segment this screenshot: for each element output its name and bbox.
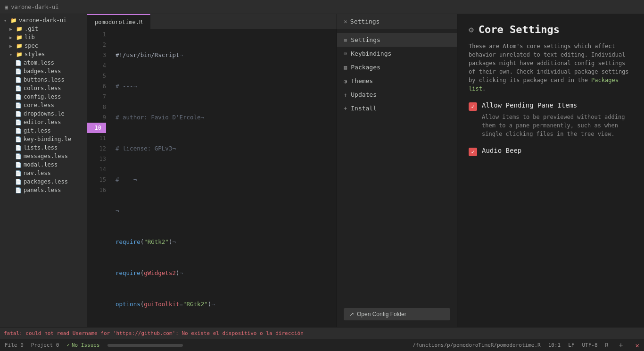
sidebar-item-buttons-less[interactable]: 📄 buttons.less <box>0 75 87 84</box>
line-numbers: 1 2 3 4 5 6 7 8 9 10 11 12 13 14 <box>87 29 111 327</box>
add-panel-button[interactable]: + <box>616 341 626 350</box>
title-bar: ▣ varone-dark-ui <box>0 0 644 14</box>
sidebar-core-less-label: core.less <box>24 102 54 109</box>
sidebar-item-modal-less[interactable]: 📄 modal.less <box>0 160 87 169</box>
settings-header-label: Settings <box>350 18 380 25</box>
collapse-arrow-styles: ▾ <box>9 52 15 57</box>
sidebar-item-lists-less[interactable]: 📄 lists.less <box>0 143 87 152</box>
check-icon-status: ✓ <box>66 342 70 348</box>
gear-icon-big: ⚙ <box>469 25 474 34</box>
sidebar-item-core-less[interactable]: 📄 core.less <box>0 101 87 109</box>
code-line-9: options(guiToolkit="RGtk2")¬ <box>116 299 337 309</box>
file-icon-git-less: 📄 <box>15 128 22 134</box>
bottom-bar: File 0 Project 0 ✓ No Issues /functions/… <box>0 339 644 351</box>
sidebar-item-config-less[interactable]: 📄 config.less <box>0 92 87 101</box>
setting-label-allow-pending: Allow Pending Pane Items <box>482 101 577 109</box>
settings-nav-install[interactable]: + Install <box>337 101 457 115</box>
sidebar-item-messages-less[interactable]: 📄 messages.less <box>0 152 87 160</box>
line-num-16: 16 <box>87 185 106 195</box>
setting-allow-pending: ✓ Allow Pending Pane Items Allow items t… <box>469 101 633 138</box>
checkbox-audio-beep[interactable]: ✓ <box>469 148 477 156</box>
grammar: R <box>605 342 609 348</box>
folder-icon-styles: 📁 <box>16 51 23 58</box>
bottom-bar-right: /functions/p/pomodoroTimeR/pomodorotime.… <box>413 341 639 350</box>
sidebar-item-packages-less[interactable]: 📄 packages.less <box>0 177 87 186</box>
encoding: UTF-8 <box>582 342 597 348</box>
settings-header: ✕ Settings <box>337 14 457 29</box>
settings-nav-updates-label: Updates <box>351 91 377 98</box>
check-icon-2: ✓ <box>471 149 474 155</box>
sidebar-item-colors-less[interactable]: 📄 colors.less <box>0 84 87 92</box>
sidebar-item-styles[interactable]: ▾ 📁 styles <box>0 50 87 58</box>
file-icon-badges-less: 📄 <box>15 68 22 75</box>
settings-nav-keybindings-label: Keybindings <box>351 50 391 57</box>
sidebar-root-label: varone-dark-ui <box>19 17 66 24</box>
code-lines[interactable]: #!/usr/bin/Rscript¬ # ---¬ # author: Fav… <box>111 29 337 327</box>
settings-nav-packages[interactable]: ▦ Packages <box>337 60 457 74</box>
sidebar-item-nav-less[interactable]: 📄 nav.less <box>0 169 87 177</box>
settings-panel: ✕ Settings ≡ Settings ⌨ Keybindings ▦ Pa… <box>337 14 457 327</box>
file-icon-editor-less: 📄 <box>15 119 22 125</box>
check-icon-1: ✓ <box>471 103 474 110</box>
sidebar-item-dropdowns-le[interactable]: 📄 dropdowns.le <box>0 109 87 118</box>
sidebar-git-less-label: git.less <box>24 127 51 134</box>
file-icon-nav-less: 📄 <box>15 170 22 176</box>
sidebar-item-lib[interactable]: ▶ 📁 lib <box>0 33 87 42</box>
sidebar-item-key-binding-le[interactable]: 📄 key-binding.le <box>0 135 87 143</box>
open-config-button-label: Open Config Folder <box>357 311 406 318</box>
sidebar-nav-less-label: nav.less <box>24 170 51 176</box>
line-num-13: 13 <box>87 154 106 164</box>
settings-nav-keybindings[interactable]: ⌨ Keybindings <box>337 47 457 60</box>
project-tab-label[interactable]: Project 0 <box>31 342 59 348</box>
line-num-5: 5 <box>87 71 106 81</box>
core-settings-heading: Core Settings <box>479 24 560 35</box>
file-tab-label[interactable]: File 0 <box>5 342 24 348</box>
sidebar-git-label: .git <box>25 25 38 32</box>
file-icon-colors-less: 📄 <box>15 85 22 92</box>
settings-header-icon: ✕ <box>344 18 347 25</box>
setting-checkbox-row-1: ✓ Allow Pending Pane Items <box>469 101 633 111</box>
sidebar-item-git-less[interactable]: 📄 git.less <box>0 126 87 135</box>
sidebar-item-atom-less[interactable]: 📄 atom.less <box>0 58 87 67</box>
code-line-6: ¬ <box>116 206 337 216</box>
file-icon-key-binding-le: 📄 <box>15 136 22 142</box>
sidebar-spec-label: spec <box>25 42 38 49</box>
settings-nav-install-label: Install <box>351 105 377 112</box>
close-bottom-button[interactable]: ✕ <box>636 342 639 349</box>
sidebar-item-root[interactable]: ▾ 📁 varone-dark-ui <box>0 16 87 25</box>
sidebar-item-spec[interactable]: ▶ 📁 spec <box>0 42 87 50</box>
sidebar-lists-less-label: lists.less <box>24 144 58 151</box>
setting-audio-beep: ✓ Audio Beep <box>469 147 633 156</box>
line-num-11: 11 <box>87 133 106 143</box>
editor-tab-pomodorotime[interactable]: pomodorotime.R <box>87 14 150 29</box>
sidebar-item-git[interactable]: ▶ 📁 .git <box>0 25 87 33</box>
settings-nav-settings[interactable]: ≡ Settings <box>337 33 457 47</box>
file-icon-packages-less: 📄 <box>15 179 22 185</box>
line-num-7: 7 <box>87 92 106 102</box>
settings-nav-themes-icon: ◑ <box>344 78 347 84</box>
sidebar-item-panels-less[interactable]: 📄 panels.less <box>0 186 87 194</box>
sidebar-buttons-less-label: buttons.less <box>24 76 65 83</box>
editor-content[interactable]: 1 2 3 4 5 6 7 8 9 10 11 12 13 14 <box>87 29 337 327</box>
line-num-4: 4 <box>87 60 106 71</box>
code-line-7: require("RGtk2")¬ <box>116 237 337 247</box>
main-layout: ▾ 📁 varone-dark-ui ▶ 📁 .git ▶ 📁 lib ▶ 📁 … <box>0 14 644 327</box>
file-icon-panels-less: 📄 <box>15 187 22 193</box>
open-config-button[interactable]: ↗ Open Config Folder <box>344 308 450 320</box>
line-num-2: 2 <box>87 40 106 50</box>
settings-nav-updates[interactable]: ↑ Updates <box>337 88 457 101</box>
line-num-6: 6 <box>87 81 106 92</box>
period-after-link: . <box>482 85 486 92</box>
settings-nav-themes[interactable]: ◑ Themes <box>337 74 457 88</box>
file-icon-dropdowns-le: 📄 <box>15 111 22 117</box>
sidebar-item-editor-less[interactable]: 📄 editor.less <box>0 118 87 126</box>
sidebar-item-badges-less[interactable]: 📄 badges.less <box>0 67 87 75</box>
file-progress-bar <box>107 344 183 347</box>
editor-pane: pomodorotime.R 1 2 3 4 5 6 7 8 9 <box>87 14 337 327</box>
sidebar-atom-less-label: atom.less <box>24 59 54 66</box>
code-line-3: # author: Favio D'Ercole¬ <box>116 112 337 123</box>
checkbox-allow-pending[interactable]: ✓ <box>469 102 477 111</box>
sidebar-packages-less-label: packages.less <box>24 178 68 185</box>
no-issues-label: ✓ No Issues <box>66 342 99 348</box>
settings-nav-themes-label: Themes <box>351 77 373 84</box>
